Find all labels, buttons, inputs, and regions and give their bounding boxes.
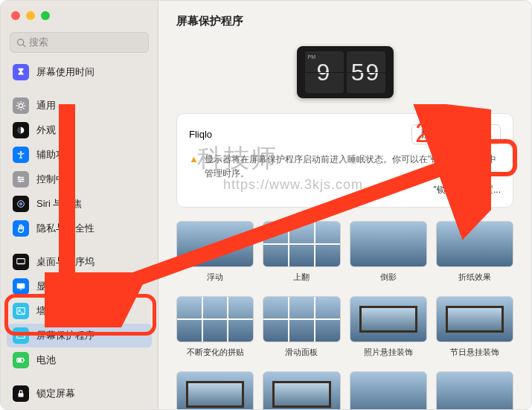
sidebar-item-6[interactable]: 隐私与安全性 <box>7 217 152 240</box>
screensaver-thumb-5[interactable]: 滑动面板 <box>263 296 340 358</box>
sidebar-item-12[interactable]: 锁定屏幕 <box>7 382 152 406</box>
svg-point-2 <box>19 103 22 107</box>
sidebar-item-7[interactable]: 桌面与程序坞 <box>7 250 152 274</box>
sidebar-item-4[interactable]: 控制中心 <box>7 167 152 191</box>
svg-rect-10 <box>17 259 25 264</box>
thumb-label: 上翻 <box>293 272 310 283</box>
thumb-image <box>350 221 427 267</box>
sidebar-item-label: 控制中心 <box>36 173 75 186</box>
content-scroll[interactable]: PM9 59 Fliqlo 预览 选项... ▲ 显示器将在屏幕保护程序启动前进… <box>158 39 531 409</box>
sidebar-item-5[interactable]: Siri 与聚焦 <box>7 192 152 216</box>
screensaver-thumb-4[interactable]: 不断变化的拼贴 <box>176 296 254 358</box>
sidebar: 搜索 屏幕使用时间通用外观辅助功能控制中心Siri 与聚焦隐私与安全性桌面与程序… <box>1 1 158 409</box>
screensaver-grid: 浮动上翻倒影折纸效果不断变化的拼贴滑动面板照片悬挂装饰节日悬挂装饰 <box>176 221 513 409</box>
sidebar-item-label: 屏幕使用时间 <box>36 65 94 79</box>
sidebar-item-label: 锁定屏幕 <box>36 387 75 400</box>
svg-rect-11 <box>18 263 25 264</box>
screensaver-thumb-10[interactable] <box>350 371 427 409</box>
screensaver-thumb-3[interactable]: 折纸效果 <box>436 221 513 283</box>
sidebar-item-label: 墙纸 <box>36 304 56 318</box>
svg-rect-16 <box>17 333 25 339</box>
svg-point-4 <box>20 151 22 153</box>
close-button[interactable] <box>11 11 20 20</box>
svg-point-9 <box>19 202 22 205</box>
options-button[interactable]: 选项... <box>456 124 501 144</box>
thumb-image <box>436 371 513 409</box>
screensaver-thumb-9[interactable] <box>263 371 340 409</box>
preview-button[interactable]: 预览 <box>411 124 449 144</box>
sidebar-item-2[interactable]: 外观 <box>7 118 152 142</box>
desktop-icon <box>13 254 29 270</box>
search-icon <box>16 38 26 48</box>
sidebar-item-label: 电池 <box>36 353 56 367</box>
screensaver-icon <box>13 327 29 344</box>
thumb-image <box>436 296 513 342</box>
sidebar-item-10[interactable]: 屏幕保护程序 <box>7 324 152 347</box>
thumb-label: 滑动面板 <box>285 347 318 358</box>
clock-minutes: 59 <box>347 51 385 93</box>
hand-icon <box>13 220 29 237</box>
sidebar-item-label: 外观 <box>36 124 56 137</box>
thumb-image <box>350 371 427 409</box>
sidebar-item-8[interactable]: 显示器 <box>7 275 152 298</box>
search-input[interactable]: 搜索 <box>10 32 149 53</box>
sidebar-item-11[interactable]: 电池 <box>7 348 152 372</box>
search-placeholder: 搜索 <box>29 36 48 49</box>
screensaver-card: Fliqlo 预览 选项... ▲ 显示器将在屏幕保护程序启动前进入睡眠状态。你… <box>176 113 513 208</box>
thumb-image <box>176 221 254 267</box>
sidebar-item-13[interactable]: 触控 ID 与密码 <box>7 406 152 409</box>
screensaver-thumb-1[interactable]: 上翻 <box>263 221 340 283</box>
thumb-image <box>350 296 427 342</box>
hourglass-icon <box>13 64 29 80</box>
siri-icon <box>13 196 29 212</box>
thumb-image <box>176 296 254 342</box>
screensaver-thumb-0[interactable]: 浮动 <box>176 221 254 283</box>
main-panel: 屏幕保护程序 PM9 59 Fliqlo 预览 选项... ▲ 显示器将在屏幕保… <box>158 1 531 409</box>
appearance-icon <box>13 122 29 138</box>
settings-window: 搜索 屏幕使用时间通用外观辅助功能控制中心Siri 与聚焦隐私与安全性桌面与程序… <box>0 0 532 410</box>
zoom-button[interactable] <box>41 11 50 20</box>
thumb-label: 照片悬挂装饰 <box>364 347 413 358</box>
battery-icon <box>13 352 29 368</box>
svg-rect-19 <box>18 359 22 362</box>
svg-point-5 <box>18 176 20 179</box>
lockscreen-settings-link[interactable]: "锁定屏幕"设置... <box>189 184 501 196</box>
screensaver-thumb-7[interactable]: 节日悬挂装饰 <box>436 296 513 358</box>
thumb-image <box>263 371 340 409</box>
thumb-label: 不断变化的拼贴 <box>187 347 244 358</box>
sidebar-item-label: 辅助功能 <box>36 148 75 161</box>
sidebar-item-9[interactable]: 墙纸 <box>7 299 152 323</box>
svg-point-0 <box>18 39 24 45</box>
window-controls <box>1 1 158 28</box>
sidebar-item-label: 屏幕保护程序 <box>36 329 94 342</box>
svg-rect-18 <box>24 359 25 361</box>
sidebar-item-1[interactable]: 通用 <box>7 94 152 118</box>
sidebar-item-3[interactable]: 辅助功能 <box>7 143 152 167</box>
screensaver-thumb-6[interactable]: 照片悬挂装饰 <box>350 296 427 358</box>
svg-rect-13 <box>19 289 22 290</box>
screensaver-thumb-11[interactable] <box>436 371 513 409</box>
svg-line-1 <box>23 44 25 46</box>
sidebar-item-label: Siri 与聚焦 <box>36 197 82 211</box>
thumb-image <box>436 221 513 267</box>
screensaver-thumb-2[interactable]: 倒影 <box>350 221 427 283</box>
screensaver-thumb-8[interactable] <box>176 371 254 409</box>
thumb-image <box>263 296 340 342</box>
card-header: Fliqlo 预览 选项... <box>189 124 501 144</box>
minimize-button[interactable] <box>26 11 35 20</box>
wallpaper-icon <box>13 303 29 319</box>
gear-icon <box>13 97 29 114</box>
clock-hours: PM9 <box>305 51 344 93</box>
svg-rect-20 <box>19 393 24 397</box>
screensaver-preview: PM9 59 <box>176 39 513 113</box>
sidebar-item-label: 隐私与安全性 <box>36 222 94 235</box>
screensaver-name: Fliqlo <box>189 129 404 140</box>
accessibility-icon <box>13 147 29 163</box>
sliders-icon <box>13 171 29 188</box>
warning-row: ▲ 显示器将在屏幕保护程序启动前进入睡眠状态。你可以在"锁定屏幕"设置中管理时序… <box>189 152 501 181</box>
warning-text: 显示器将在屏幕保护程序启动前进入睡眠状态。你可以在"锁定屏幕"设置中管理时序。 <box>205 153 501 181</box>
sidebar-item-0[interactable]: 屏幕使用时间 <box>7 60 152 84</box>
svg-point-7 <box>19 180 22 182</box>
sidebar-item-label: 显示器 <box>36 280 65 293</box>
display-icon <box>13 278 29 295</box>
